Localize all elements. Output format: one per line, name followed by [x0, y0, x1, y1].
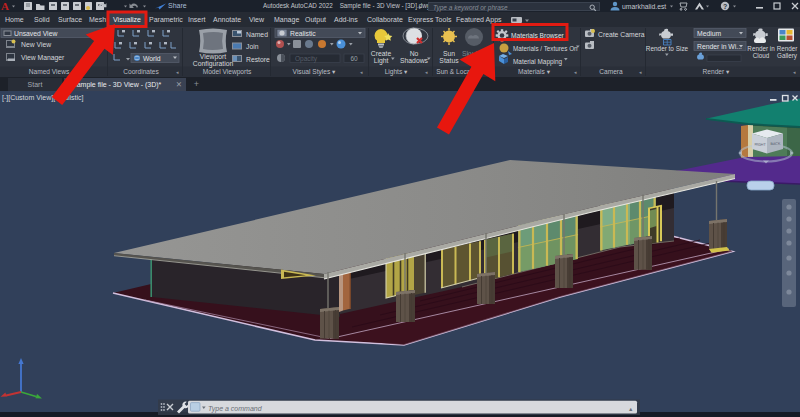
svg-text:Sun & Locati: Sun & Locati — [436, 68, 474, 75]
svg-text:Render in Wi...: Render in Wi... — [697, 43, 742, 50]
svg-text:Camera: Camera — [599, 68, 623, 75]
svg-text:A: A — [1, 0, 9, 12]
svg-text:Render to Size: Render to Size — [646, 45, 689, 52]
svg-text:Cloud: Cloud — [753, 52, 770, 59]
svg-text:Named Views: Named Views — [29, 68, 70, 75]
svg-text:Create Camera: Create Camera — [598, 31, 645, 38]
svg-text:Named: Named — [246, 31, 268, 38]
svg-text:Create: Create — [371, 50, 392, 57]
svg-text:Opacity: Opacity — [295, 55, 318, 63]
svg-text:Materials / Textures On: Materials / Textures On — [513, 45, 578, 52]
svg-text:BACK: BACK — [770, 142, 781, 146]
svg-text:Model Viewports: Model Viewports — [203, 68, 252, 76]
svg-text:Materials Browser: Materials Browser — [511, 32, 565, 39]
svg-text:umarkhalid.est: umarkhalid.est — [622, 3, 666, 10]
svg-text:Unsaved View: Unsaved View — [14, 30, 57, 37]
svg-text:Sun: Sun — [443, 50, 455, 57]
svg-text:Shadows: Shadows — [400, 57, 429, 64]
svg-text:View Manager: View Manager — [21, 54, 65, 62]
svg-text:Type a command: Type a command — [208, 405, 263, 413]
svg-text:60: 60 — [350, 55, 358, 62]
svg-text:Materials ▾: Materials ▾ — [518, 68, 551, 75]
svg-text:Lights ▾: Lights ▾ — [385, 68, 408, 76]
svg-text:Sky Off: Sky Off — [462, 50, 484, 58]
svg-text:Light: Light — [374, 57, 389, 65]
svg-text:Render ▾: Render ▾ — [703, 68, 730, 75]
svg-text:Render in: Render in — [747, 45, 775, 52]
svg-text:?: ? — [723, 3, 727, 10]
svg-text:Medium: Medium — [697, 30, 722, 37]
svg-text:RIGHT: RIGHT — [754, 143, 766, 147]
svg-text:World: World — [143, 55, 161, 62]
svg-text:Gallery: Gallery — [777, 52, 798, 60]
svg-text:Visual Styles ▾: Visual Styles ▾ — [293, 68, 336, 76]
svg-text:▲: ▲ — [628, 406, 633, 412]
svg-text:[-][Custom View][Realistic]: [-][Custom View][Realistic] — [2, 94, 84, 102]
svg-text:Restore: Restore — [246, 56, 270, 63]
svg-text:Coordinates: Coordinates — [123, 68, 159, 75]
svg-text:No: No — [410, 50, 419, 57]
svg-text:Configuration: Configuration — [193, 60, 234, 68]
svg-text:Join: Join — [246, 43, 259, 50]
svg-text:Status: Status — [439, 57, 459, 64]
svg-text:Material Mapping: Material Mapping — [513, 58, 562, 66]
svg-text:New View: New View — [21, 41, 51, 48]
svg-text:Render: Render — [777, 45, 798, 52]
svg-text:Realistic: Realistic — [290, 30, 316, 37]
